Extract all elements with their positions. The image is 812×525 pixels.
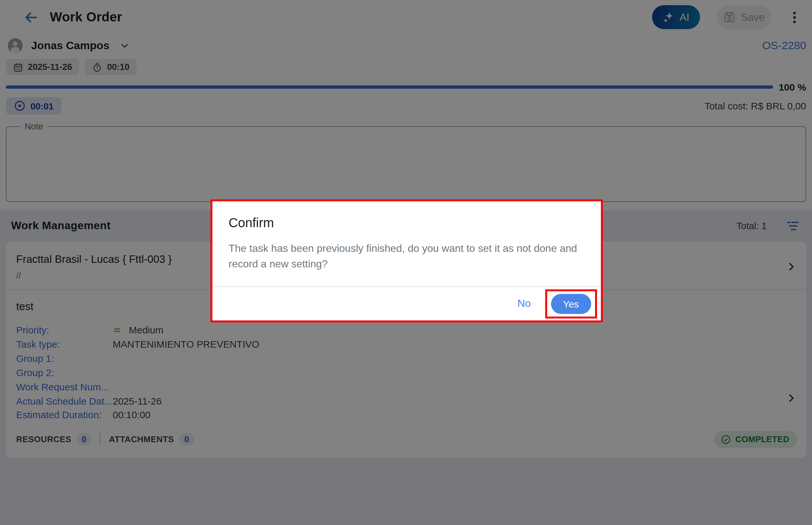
yes-button[interactable]: Yes xyxy=(551,294,591,314)
confirm-dialog: Confirm The task has been previously fin… xyxy=(210,199,603,322)
dialog-message: The task has been previously finished, d… xyxy=(228,241,591,272)
dialog-title: Confirm xyxy=(228,215,585,230)
no-button[interactable]: No xyxy=(517,298,531,310)
yes-button-annotation: Yes xyxy=(545,289,597,318)
dialog-footer: No Yes xyxy=(212,286,601,320)
app-window: Work Order AI Save xyxy=(0,0,812,525)
